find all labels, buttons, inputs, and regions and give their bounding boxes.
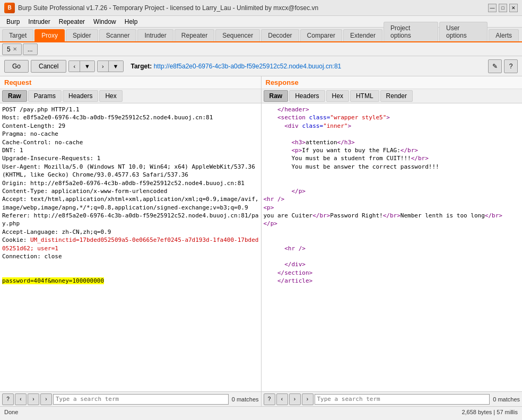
request-tab-raw[interactable]: Raw — [2, 90, 27, 102]
close-button[interactable]: ✕ — [509, 4, 518, 12]
help-button[interactable]: ? — [504, 59, 518, 73]
minimize-button[interactable]: — — [488, 4, 497, 12]
request-tab-hex[interactable]: Hex — [99, 90, 122, 102]
request-panel-header: Request — [0, 76, 261, 89]
tab-extender[interactable]: Extender — [343, 29, 382, 41]
nav-back-group: ‹ ▼ — [68, 60, 95, 72]
request-search-prev[interactable]: ‹ — [15, 393, 27, 405]
response-search-next2[interactable]: › — [302, 393, 314, 405]
response-panel-header: Response — [262, 76, 523, 89]
app-icon: B — [4, 3, 15, 13]
nav-forward-dropdown[interactable]: ▼ — [109, 61, 123, 72]
tab-proxy[interactable]: Proxy — [34, 29, 65, 41]
response-search-prev[interactable]: ‹ — [276, 393, 288, 405]
tab-alerts[interactable]: Alerts — [489, 29, 519, 41]
repeater-tab-5-close[interactable]: ✕ — [13, 46, 17, 52]
repeater-tab-5[interactable]: 5 ✕ — [2, 43, 22, 55]
response-tab-headers[interactable]: Headers — [289, 90, 325, 102]
request-search-next2[interactable]: › — [40, 393, 52, 405]
cancel-button[interactable]: Cancel — [31, 60, 66, 73]
request-content: POST /pay.php HTTP/1.1 Host: e8f5a2e0-69… — [0, 103, 261, 391]
response-panel-tabs: Raw Headers Hex HTML Render — [262, 89, 523, 103]
nav-back-dropdown[interactable]: ▼ — [80, 61, 94, 72]
request-search-bar: ? ‹ › › 0 matches — [0, 391, 261, 406]
nav-back-button[interactable]: ‹ — [69, 61, 80, 72]
target-label: Target: — [131, 63, 154, 70]
request-panel: Request Raw Params Headers Hex POST /pay… — [0, 76, 262, 406]
request-search-count: 0 matches — [232, 396, 259, 402]
request-tab-params[interactable]: Params — [28, 90, 62, 102]
response-search-count: 0 matches — [493, 396, 520, 402]
tab-project-options[interactable]: Project options — [384, 22, 438, 41]
repeater-tab-add[interactable]: ... — [23, 43, 38, 55]
response-search-next[interactable]: › — [289, 393, 301, 405]
request-tab-headers[interactable]: Headers — [63, 90, 98, 102]
nav-forward-group: › ▼ — [97, 60, 124, 72]
repeater-tab-5-label: 5 — [7, 46, 11, 53]
response-tab-raw[interactable]: Raw — [264, 90, 289, 102]
response-panel: Response Raw Headers Hex HTML Render </h… — [262, 76, 523, 406]
target-display: Target: http://e8f5a2e0-6976-4c3b-a0db-f… — [131, 63, 481, 70]
tab-sequencer[interactable]: Sequencer — [215, 29, 260, 41]
main-content: Request Raw Params Headers Hex POST /pay… — [0, 76, 522, 406]
response-search-input[interactable] — [315, 394, 490, 405]
tab-user-options[interactable]: User options — [439, 22, 488, 41]
tab-repeater[interactable]: Repeater — [175, 29, 214, 41]
response-search-help[interactable]: ? — [264, 393, 275, 405]
titlebar: B Burp Suite Professional v1.7.26 - Temp… — [0, 0, 522, 16]
response-tab-hex[interactable]: Hex — [326, 90, 349, 102]
nav-forward-button[interactable]: › — [98, 61, 109, 72]
response-content: </header> <section class="wrapper style5… — [262, 103, 523, 391]
menu-burp[interactable]: Burp — [2, 17, 24, 27]
statusbar: Done 2,658 bytes | 57 millis — [0, 406, 522, 417]
menu-help[interactable]: Help — [120, 17, 142, 27]
repeater-tabs: 5 ✕ ... — [0, 42, 522, 56]
response-tab-html[interactable]: HTML — [350, 90, 379, 102]
maximize-button[interactable]: □ — [499, 4, 507, 12]
response-search-bar: ? ‹ › › 0 matches — [262, 391, 523, 406]
request-search-help[interactable]: ? — [2, 393, 14, 405]
tab-comparer[interactable]: Comparer — [300, 29, 342, 41]
tab-scanner[interactable]: Scanner — [99, 29, 137, 41]
tab-intruder[interactable]: Intruder — [137, 29, 173, 41]
request-search-input[interactable] — [53, 394, 229, 405]
response-text[interactable]: </header> <section class="wrapper style5… — [262, 103, 523, 391]
tab-target[interactable]: Target — [2, 29, 33, 41]
status-left: Done — [4, 409, 18, 415]
tab-spider[interactable]: Spider — [66, 29, 98, 41]
menu-intruder[interactable]: Intruder — [24, 17, 54, 27]
go-button[interactable]: Go — [4, 60, 29, 73]
request-text[interactable]: POST /pay.php HTTP/1.1 Host: e8f5a2e0-69… — [0, 103, 261, 391]
request-panel-tabs: Raw Params Headers Hex — [0, 89, 261, 103]
status-right: 2,658 bytes | 57 millis — [462, 409, 518, 415]
tab-decoder[interactable]: Decoder — [261, 29, 299, 41]
window-controls: — □ ✕ — [488, 4, 518, 12]
window-title: Burp Suite Professional v1.7.26 - Tempor… — [18, 4, 488, 12]
target-url: http://e8f5a2e0-6976-4c3b-a0db-f59e25912… — [154, 63, 342, 70]
main-tabbar: Target Proxy Spider Scanner Intruder Rep… — [0, 28, 522, 42]
menu-window[interactable]: Window — [89, 17, 120, 27]
menu-repeater[interactable]: Repeater — [55, 17, 89, 27]
toolbar: Go Cancel ‹ ▼ › ▼ Target: http://e8f5a2e… — [0, 56, 522, 76]
edit-target-button[interactable]: ✎ — [488, 59, 502, 73]
request-search-next[interactable]: › — [28, 393, 39, 405]
response-tab-render[interactable]: Render — [380, 90, 413, 102]
